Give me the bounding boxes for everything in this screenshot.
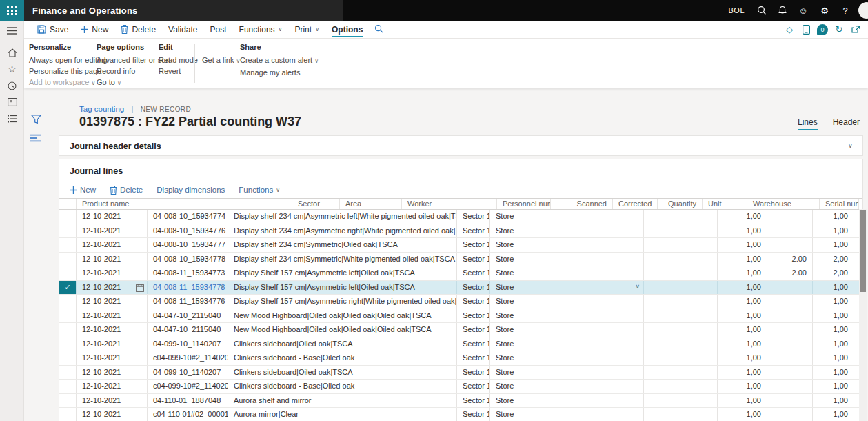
- cell-area[interactable]: Store: [490, 351, 552, 365]
- grid-row[interactable]: 12-10-202104-008-10_15934776Display shel…: [59, 224, 862, 239]
- grid-row[interactable]: 12-10-2021c04-099-10#2_1140207Clinkers s…: [59, 380, 862, 394]
- row-select-cell[interactable]: [59, 309, 77, 323]
- row-select-cell[interactable]: [59, 408, 77, 421]
- cell-serial-quantity[interactable]: 1,00: [813, 351, 854, 365]
- grid-row[interactable]: 12-10-202104-008-11_15934776Display Shel…: [59, 295, 862, 309]
- cell-personnel-number[interactable]: [552, 394, 644, 408]
- cell-item-number[interactable]: 04-047-10_2115040: [148, 323, 228, 337]
- cell-quantity[interactable]: 1,00: [718, 295, 767, 309]
- cell-item-number[interactable]: 04-008-10_15934778: [148, 253, 228, 266]
- column-header-sector[interactable]: Sector: [292, 199, 340, 209]
- actionbar-validate-button[interactable]: Validate: [162, 21, 203, 38]
- cell-counted[interactable]: [767, 309, 813, 323]
- app-title[interactable]: Finance and Operations: [32, 6, 138, 16]
- cell-serial-quantity[interactable]: 1,00: [813, 323, 854, 337]
- actionbar-print-button[interactable]: Print∨: [288, 21, 325, 38]
- ribbon-item-revert[interactable]: Revert: [159, 66, 198, 77]
- cell-product-name[interactable]: New Mood Highboard|Oiled oak|Oiled oak|O…: [228, 323, 457, 337]
- column-header-corrected[interactable]: Corrected: [613, 199, 658, 209]
- cell-sector[interactable]: Sector 1: [457, 351, 490, 365]
- cell-sector[interactable]: Sector 1: [457, 253, 490, 266]
- cell-sector[interactable]: Sector 1: [457, 337, 490, 351]
- column-header-unit[interactable]: Unit: [703, 199, 747, 209]
- cell-serial-quantity[interactable]: 2,00: [813, 253, 854, 266]
- cell-sector[interactable]: Sector 1: [457, 309, 490, 323]
- cell-item-number[interactable]: 04-110-01_1887048: [148, 394, 228, 408]
- tab-header[interactable]: Header: [833, 117, 860, 130]
- cell-product-name[interactable]: Aurora mirror|Clear: [228, 408, 457, 421]
- cell-counting-date[interactable]: 12-10-2021: [77, 281, 148, 295]
- shapes-icon[interactable]: ◇: [781, 21, 798, 38]
- cell-area[interactable]: Store: [490, 224, 552, 238]
- cell-counted[interactable]: [767, 323, 813, 337]
- filter-funnel-icon[interactable]: [31, 115, 41, 127]
- cell-personnel-number[interactable]: [552, 337, 644, 351]
- ribbon-item-manage-my-alerts[interactable]: Manage my alerts: [240, 67, 319, 78]
- cell-scanned[interactable]: [644, 295, 718, 309]
- column-header-select[interactable]: [59, 199, 77, 209]
- cell-product-name[interactable]: Display Shelf 157 cm|Asymmetric left|Oil…: [228, 266, 457, 280]
- expand-navigation-hamburger-icon[interactable]: [0, 22, 24, 39]
- cell-counted[interactable]: 2.00: [767, 266, 813, 280]
- cell-item-number[interactable]: 04-008-11_15934776: [148, 295, 228, 309]
- cell-serial-quantity[interactable]: 1,00: [813, 210, 854, 224]
- grid-row[interactable]: ✓12-10-202104-008-11_15934773∨Display Sh…: [59, 281, 862, 295]
- lines-toolbar-new-button[interactable]: New: [70, 186, 96, 194]
- cell-area[interactable]: Store: [490, 408, 552, 421]
- cell-scanned[interactable]: [644, 224, 718, 238]
- cell-sector[interactable]: Sector 1: [457, 238, 490, 252]
- cell-counting-date[interactable]: 12-10-2021: [77, 408, 148, 421]
- cell-counting-date[interactable]: 12-10-2021: [77, 238, 148, 252]
- cell-product-name[interactable]: Display shelf 234 cm|Symmetric|White pig…: [228, 253, 457, 266]
- search-icon[interactable]: [751, 0, 772, 21]
- grid-row[interactable]: 12-10-202104-008-10_15934778Display shel…: [59, 253, 862, 267]
- row-select-cell[interactable]: [59, 337, 77, 351]
- actionbar-options-button[interactable]: Options: [325, 21, 369, 38]
- scrollbar-thumb[interactable]: [860, 210, 866, 292]
- cell-sector[interactable]: Sector 1: [457, 380, 490, 393]
- row-select-cell[interactable]: [59, 210, 77, 224]
- cell-quantity[interactable]: 1,00: [718, 309, 767, 323]
- cell-quantity[interactable]: 1,00: [718, 224, 767, 238]
- row-select-cell[interactable]: [59, 266, 77, 280]
- cell-scanned[interactable]: [644, 266, 718, 280]
- grid-row[interactable]: 12-10-202104-099-10_1140207Clinkers side…: [59, 337, 862, 352]
- cell-counted[interactable]: [767, 295, 813, 309]
- cell-counting-date[interactable]: 12-10-2021: [77, 253, 148, 266]
- device-icon[interactable]: [798, 21, 814, 38]
- cell-sector[interactable]: Sector 1: [457, 408, 490, 421]
- cell-serial-quantity[interactable]: 2,00: [813, 266, 854, 280]
- cell-counting-date[interactable]: 12-10-2021: [77, 351, 148, 365]
- grid-row[interactable]: 12-10-2021c04-099-10#2_1140207Clinkers s…: [59, 351, 862, 366]
- row-select-cell[interactable]: [59, 380, 77, 393]
- cell-quantity[interactable]: 1,00: [718, 380, 767, 393]
- cell-serial-quantity[interactable]: 1,00: [813, 309, 854, 323]
- grid-row[interactable]: 12-10-202104-099-10_1140207Clinkers side…: [59, 366, 862, 380]
- cell-scanned[interactable]: [644, 351, 718, 365]
- cell-quantity[interactable]: 1,00: [718, 366, 767, 380]
- waffle-menu-button[interactable]: [0, 0, 24, 21]
- column-header-quantity[interactable]: Quantity: [658, 199, 703, 209]
- cell-scanned[interactable]: [644, 380, 718, 393]
- notifications-bell-icon[interactable]: [772, 0, 793, 21]
- cell-sector[interactable]: Sector 1: [457, 281, 490, 295]
- tab-lines[interactable]: Lines: [798, 117, 818, 130]
- ribbon-item-go-to[interactable]: Go to∨: [97, 77, 170, 89]
- cell-sector[interactable]: Sector 1: [457, 295, 490, 309]
- cell-quantity[interactable]: 1,00: [718, 253, 767, 266]
- cell-product-name[interactable]: Display shelf 234 cm|Asymmetric left|Whi…: [228, 210, 457, 224]
- cell-counted[interactable]: [767, 224, 813, 238]
- grid-row[interactable]: 12-10-202104-047-10_2115040New Mood High…: [59, 309, 862, 324]
- cell-area[interactable]: Store: [490, 266, 552, 280]
- cell-item-number[interactable]: 04-008-11_15934773: [148, 266, 228, 280]
- cell-serial-quantity[interactable]: 1,00: [813, 337, 854, 351]
- home-icon[interactable]: [0, 44, 24, 61]
- cell-product-name[interactable]: Display Shelf 157 cm|Asymmetric right|Wh…: [228, 295, 457, 309]
- grid-row[interactable]: 12-10-202104-008-10_15934774Display shel…: [59, 210, 862, 224]
- cell-quantity[interactable]: 1,00: [718, 210, 767, 224]
- lines-toolbar-display-dimensions-button[interactable]: Display dimensions: [157, 186, 225, 194]
- cell-personnel-number[interactable]: [552, 266, 644, 280]
- cell-area[interactable]: Store: [490, 323, 552, 337]
- cell-area[interactable]: Store: [490, 281, 552, 295]
- cell-counted[interactable]: [767, 366, 813, 380]
